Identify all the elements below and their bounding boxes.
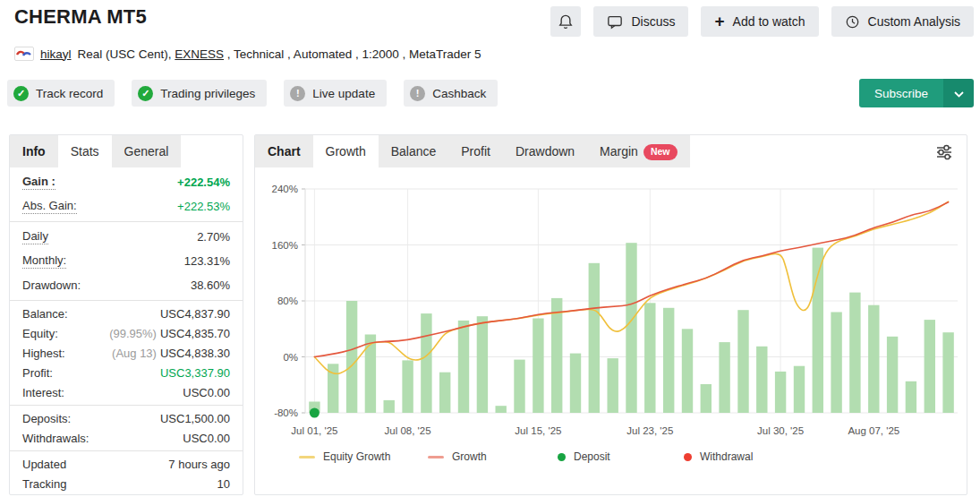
add-to-watch-button[interactable]: + Add to watch	[701, 6, 818, 37]
daily-gain-bar	[589, 263, 600, 413]
performance-group: Daily 2.70% Monthly: 123.31% Drawdown: 3…	[10, 222, 243, 301]
y-axis-label: 160%	[272, 240, 298, 251]
daily-gain-bar	[626, 243, 636, 413]
x-axis-label: Jul 23, '25	[626, 425, 673, 436]
chart-panel-tabs: Chart Growth Balance Profit Drawdown Mar…	[255, 135, 967, 167]
tab-balance[interactable]: Balance	[379, 135, 449, 167]
tab-profit[interactable]: Profit	[448, 135, 503, 167]
discuss-button[interactable]: Discuss	[593, 6, 688, 37]
x-axis-label: Jul 15, '25	[515, 425, 561, 436]
badge-live-update[interactable]: ! Live update	[284, 80, 387, 107]
notifications-button[interactable]	[550, 6, 581, 37]
stat-value: 7 hours ago	[168, 458, 230, 471]
tab-stats[interactable]: Stats	[58, 135, 112, 167]
stat-row-deposits: Deposits: USC1,500.00	[10, 408, 243, 428]
stat-row-equity: Equity: (99.95%)USC4,835.70	[10, 323, 243, 343]
legend-label: Deposit	[574, 450, 610, 463]
daily-gain-bar	[514, 360, 524, 413]
legend-label: Equity Growth	[323, 450, 390, 463]
daily-gain-bar	[775, 372, 786, 413]
daily-gain-bar	[346, 301, 357, 413]
daily-gain-bar	[719, 342, 729, 413]
daily-gain-bar	[384, 400, 395, 413]
daily-gain-bar	[570, 354, 581, 413]
daily-gain-bar	[608, 358, 618, 413]
tab-general[interactable]: General	[112, 135, 182, 167]
chart-settings-button[interactable]	[933, 141, 956, 166]
stat-label: Equity:	[22, 327, 58, 340]
badge-trading-privileges[interactable]: ✓ Trading privileges	[132, 80, 267, 107]
daily-gain-bar	[365, 335, 376, 414]
exclamation-icon: !	[290, 86, 305, 101]
sliders-icon	[934, 150, 954, 164]
tab-drawdown[interactable]: Drawdown	[503, 135, 587, 167]
daily-gain-bar	[756, 347, 767, 413]
new-badge: New	[643, 144, 677, 160]
broker-link[interactable]: EXNESS	[175, 47, 224, 61]
page-title: CHERMA MT5	[14, 5, 147, 29]
stat-value: +222.54%	[177, 176, 230, 189]
stats-panel: Info Stats General Gain : +222.54% Abs. …	[9, 134, 243, 495]
check-icon: ✓	[138, 86, 153, 101]
stat-value: 10	[217, 477, 230, 491]
y-axis-label: 80%	[277, 296, 298, 306]
discuss-label: Discuss	[631, 14, 675, 29]
stat-row-tracking: Tracking 10	[10, 474, 243, 493]
tab-info[interactable]: Info	[10, 135, 58, 167]
y-axis-label: 0%	[283, 352, 298, 363]
subscribe-button[interactable]: Subscribe	[859, 79, 943, 107]
chevron-down-icon	[954, 85, 964, 101]
subscribe-dropdown-button[interactable]	[943, 79, 974, 107]
stat-value: +222.53%	[177, 200, 230, 213]
tab-margin[interactable]: MarginNew	[587, 135, 689, 167]
custom-analysis-button[interactable]: Custom Analysis	[831, 6, 974, 37]
stat-label: Updated	[22, 458, 66, 471]
exclamation-icon: !	[410, 86, 425, 101]
add-to-watch-label: Add to watch	[733, 14, 805, 29]
daily-gain-bar	[701, 384, 712, 413]
subscribe-split-button: Subscribe	[859, 79, 974, 107]
stat-label: Deposits:	[22, 412, 71, 425]
stat-row-highest: Highest: (Aug 13)USC4,838.30	[10, 343, 243, 363]
meta-group: Updated 7 hours ago Tracking 10	[10, 451, 243, 496]
badge-track-record[interactable]: ✓ Track record	[7, 80, 115, 107]
account-owner-link[interactable]: hikayl	[40, 47, 72, 61]
equity-growth-line-swatch	[299, 456, 315, 458]
daily-gain-bar	[644, 303, 655, 413]
badge-cashback[interactable]: ! Cashback	[404, 80, 498, 107]
daily-gain-bar	[813, 248, 823, 413]
account-summary-line: hikayl Real (USC Cent), EXNESS , Technic…	[14, 47, 481, 61]
daily-gain-bar	[439, 373, 450, 413]
daily-gain-bar	[887, 337, 898, 413]
daily-gain-bar	[868, 305, 879, 413]
legend-equity-growth[interactable]: Equity Growth	[299, 450, 390, 463]
daily-gain-bar	[421, 313, 431, 413]
legend-withdrawal[interactable]: Withdrawal	[684, 450, 753, 463]
daily-gain-bar	[663, 308, 674, 413]
deposits-group: Deposits: USC1,500.00 Withdrawals: USC0.…	[10, 406, 243, 451]
tab-growth[interactable]: Growth	[313, 135, 379, 167]
stat-label: Daily	[22, 229, 48, 244]
stat-value: 2.70%	[197, 230, 230, 244]
stat-row-abs-gain: Abs. Gain: +222.53%	[10, 194, 243, 219]
deposit-dot-swatch	[558, 453, 566, 461]
stat-label: Drawdown:	[22, 278, 81, 292]
stat-value: USC1,500.00	[160, 412, 230, 425]
growth-chart: Jul 01, '25Jul 08, '25Jul 15, '25Jul 23,…	[260, 178, 963, 442]
stats-panel-tabs: Info Stats General	[10, 135, 243, 167]
stat-value: 38.60%	[191, 278, 230, 292]
stat-row-drawdown: Drawdown: 38.60%	[10, 273, 243, 297]
stat-muted-prefix: (99.95%)	[109, 327, 157, 340]
tab-chart[interactable]: Chart	[255, 135, 313, 167]
legend-growth[interactable]: Growth	[428, 450, 487, 463]
speech-bubble-icon	[607, 14, 623, 30]
badge-label: Track record	[36, 87, 103, 100]
legend-deposit[interactable]: Deposit	[558, 450, 610, 463]
x-axis-label: Jul 30, '25	[757, 425, 804, 436]
daily-gain-bar	[402, 360, 413, 413]
gain-group: Gain : +222.54% Abs. Gain: +222.53%	[10, 167, 243, 222]
stat-value: 123.31%	[184, 254, 230, 268]
stat-label: Withdrawals:	[22, 432, 89, 445]
daily-gain-bar	[737, 310, 748, 413]
plus-icon: +	[714, 13, 724, 30]
